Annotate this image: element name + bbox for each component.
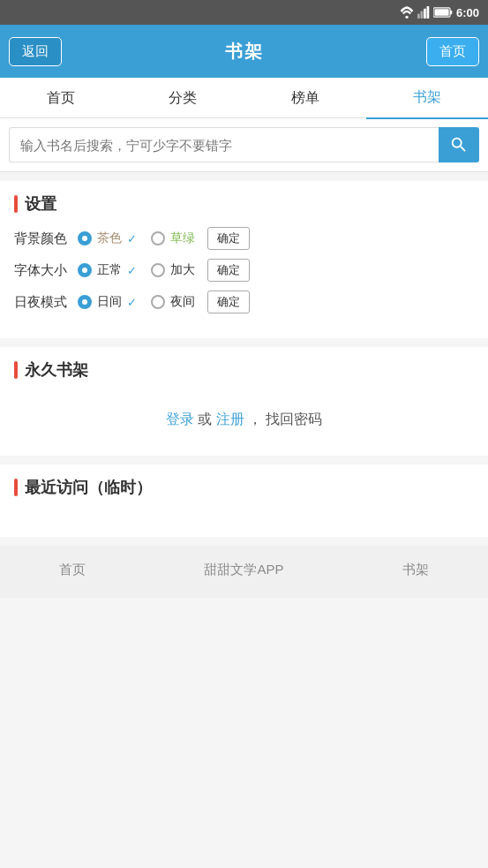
tab-home[interactable]: 首页 — [0, 78, 122, 118]
register-link[interactable]: 注册 — [216, 411, 244, 426]
bookshelf-title-bar — [14, 361, 18, 379]
signal-icon — [417, 6, 430, 19]
recent-title-bar — [14, 479, 18, 496]
large-label: 加大 — [170, 262, 195, 278]
tea-radio[interactable] — [78, 231, 92, 245]
bookshelf-title: 永久书架 — [14, 359, 474, 381]
login-link[interactable]: 登录 — [166, 411, 194, 426]
footer-home[interactable]: 首页 — [59, 562, 86, 578]
day-radio[interactable] — [78, 295, 92, 309]
home-button[interactable]: 首页 — [426, 37, 479, 66]
status-time: 6:00 — [456, 6, 479, 19]
footer: 首页 甜甜文学APP 书架 — [0, 546, 488, 598]
status-bar: 6:00 — [0, 0, 488, 25]
svg-rect-6 — [450, 11, 452, 14]
svg-rect-7 — [434, 9, 448, 15]
svg-rect-4 — [426, 6, 429, 19]
green-radio[interactable] — [151, 231, 165, 245]
footer-app[interactable]: 甜甜文学APP — [204, 562, 283, 578]
settings-title: 设置 — [14, 193, 474, 215]
night-label: 夜间 — [170, 294, 195, 310]
tab-category[interactable]: 分类 — [122, 78, 244, 118]
normal-radio[interactable] — [78, 263, 92, 277]
settings-section: 设置 背景颜色 茶色 ✓ 草绿 确定 字体大小 正常 ✓ 加大 确定 日夜模式 — [0, 181, 488, 338]
svg-rect-3 — [424, 9, 426, 19]
bg-color-label: 背景颜色 — [14, 230, 78, 247]
top-nav: 返回 书架 首页 — [0, 25, 488, 78]
battery-icon — [433, 7, 453, 18]
daynight-label: 日夜模式 — [14, 294, 78, 311]
tab-bar: 首页 分类 榜单 书架 — [0, 78, 488, 118]
night-radio[interactable] — [151, 295, 165, 309]
day-label: 日间 — [97, 294, 122, 310]
tea-label: 茶色 — [97, 230, 122, 246]
green-label: 草绿 — [170, 230, 195, 246]
comma-text: ， — [248, 411, 262, 426]
large-radio[interactable] — [151, 263, 165, 277]
day-check: ✓ — [127, 296, 137, 309]
recover-link[interactable]: 找回密码 — [266, 411, 322, 426]
tea-check: ✓ — [127, 232, 137, 245]
footer-bookshelf[interactable]: 书架 — [402, 562, 429, 578]
bg-color-row: 背景颜色 茶色 ✓ 草绿 确定 — [14, 227, 474, 250]
status-icons: 6:00 — [400, 6, 479, 19]
recent-title: 最近访问（临时） — [14, 477, 474, 498]
font-confirm-button[interactable]: 确定 — [207, 259, 250, 282]
back-button[interactable]: 返回 — [9, 37, 62, 66]
normal-check: ✓ — [127, 264, 137, 277]
bg-color-options: 茶色 ✓ 草绿 确定 — [78, 227, 474, 250]
recent-section: 最近访问（临时） — [0, 464, 488, 537]
search-input[interactable] — [9, 127, 439, 162]
svg-rect-1 — [417, 13, 420, 19]
bg-confirm-button[interactable]: 确定 — [207, 227, 250, 250]
tab-rankings[interactable]: 榜单 — [244, 78, 366, 118]
daynight-confirm-button[interactable]: 确定 — [207, 291, 250, 313]
daynight-row: 日夜模式 日间 ✓ 夜间 确定 — [14, 291, 474, 313]
login-area: 登录 或 注册 ， 找回密码 — [14, 393, 474, 438]
svg-rect-2 — [420, 11, 423, 19]
font-size-options: 正常 ✓ 加大 确定 — [78, 259, 474, 282]
daynight-options: 日间 ✓ 夜间 确定 — [78, 291, 474, 313]
nav-title: 书架 — [225, 40, 264, 64]
bookshelf-section: 永久书架 登录 或 注册 ， 找回密码 — [0, 347, 488, 456]
search-button[interactable] — [439, 127, 479, 162]
search-bar — [0, 118, 488, 172]
tab-bookshelf[interactable]: 书架 — [366, 77, 488, 119]
svg-point-0 — [405, 16, 408, 19]
normal-label: 正常 — [97, 262, 122, 278]
font-size-row: 字体大小 正常 ✓ 加大 确定 — [14, 259, 474, 282]
wifi-icon — [400, 6, 414, 19]
font-size-label: 字体大小 — [14, 262, 78, 279]
settings-title-bar — [14, 195, 18, 213]
or-text: 或 — [198, 411, 215, 426]
search-icon — [449, 135, 469, 155]
